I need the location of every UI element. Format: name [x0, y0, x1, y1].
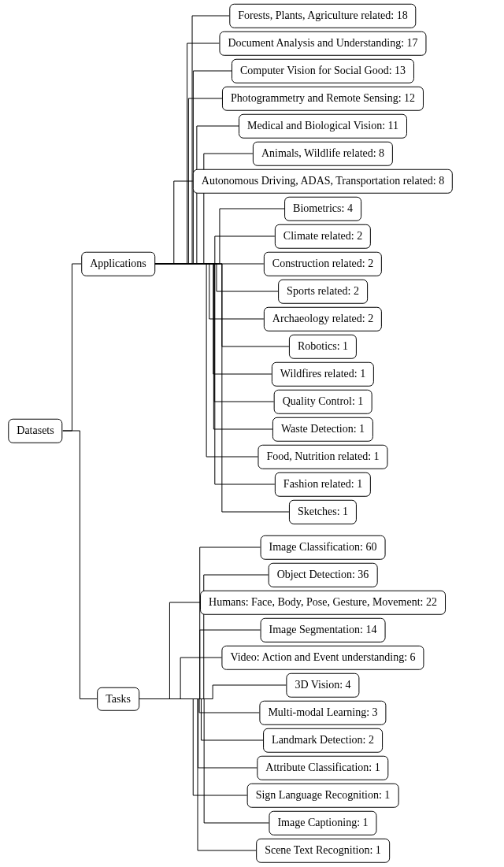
leaf-app-0: Forests, Plants, Agriculture related: 18: [229, 4, 416, 28]
leaf-app-18: Sketches: 1: [289, 500, 357, 524]
leaf-app-5: Animals, Wildlife related: 8: [253, 142, 393, 166]
leaf-app-11: Archaeology related: 2: [264, 307, 382, 332]
leaf-app-3: Photogrammetry and Remote Sensing: 12: [222, 87, 424, 111]
leaf-app-8: Climate related: 2: [275, 224, 371, 249]
leaf-app-7: Biometrics: 4: [284, 197, 361, 221]
leaf-app-13: Wildfires related: 1: [272, 362, 374, 387]
leaf-task-5: 3D Vision: 4: [286, 673, 359, 698]
leaf-task-11: Scene Text Recognition: 1: [256, 839, 390, 863]
leaf-app-17: Fashion related: 1: [275, 472, 371, 497]
leaf-task-2: Humans: Face, Body, Pose, Gesture, Movem…: [200, 591, 446, 615]
leaf-app-4: Medical and Biological Vision: 11: [239, 114, 407, 139]
leaf-task-0: Image Classification: 60: [261, 535, 386, 560]
leaf-task-4: Video: Action and Event understanding: 6: [221, 646, 424, 670]
leaf-app-6: Autonomous Driving, ADAS, Transportation…: [193, 169, 453, 194]
leaf-app-16: Food, Nutrition related: 1: [258, 445, 387, 469]
leaf-app-1: Document Analysis and Understanding: 17: [219, 31, 426, 56]
leaf-task-10: Image Captioning: 1: [269, 811, 376, 836]
root-node: Datasets: [8, 419, 62, 443]
leaf-task-3: Image Segmentation: 14: [261, 618, 386, 643]
branch-tasks: Tasks: [97, 687, 139, 711]
leaf-task-8: Attribute Classification: 1: [257, 756, 388, 780]
leaf-task-1: Object Detection: 36: [269, 563, 378, 587]
leaf-app-2: Computer Vision for Social Good: 13: [232, 59, 414, 83]
leaf-task-7: Landmark Detection: 2: [263, 728, 383, 753]
leaf-app-10: Sports related: 2: [278, 280, 368, 304]
leaf-app-15: Waste Detection: 1: [272, 417, 373, 442]
branch-applications: Applications: [81, 252, 155, 276]
leaf-app-14: Quality Control: 1: [274, 390, 372, 414]
leaf-task-6: Multi-modal Learning: 3: [259, 701, 386, 725]
leaf-app-9: Construction related: 2: [264, 252, 382, 276]
leaf-task-9: Sign Language Recognition: 1: [247, 784, 399, 808]
leaf-app-12: Robotics: 1: [289, 335, 357, 359]
